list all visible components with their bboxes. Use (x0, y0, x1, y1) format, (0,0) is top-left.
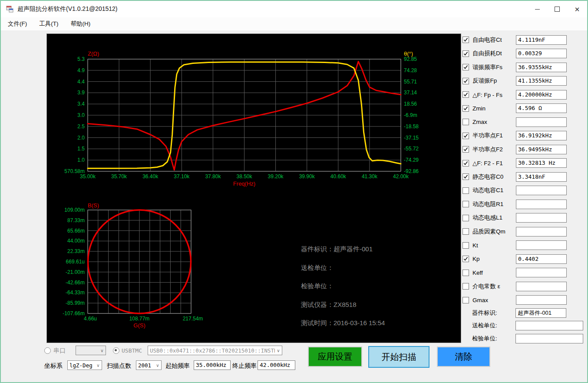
param-label: 动态电阻R1 (472, 200, 516, 208)
param-value-input[interactable]: 36.9355kHz (516, 63, 567, 72)
param-label: 谐振频率Fs (472, 63, 516, 71)
param-label: Keff (472, 270, 516, 276)
param-label: 动态电容C1 (472, 187, 516, 194)
param-value-input[interactable] (516, 200, 567, 209)
svg-text:Freq(Hz): Freq(Hz) (233, 180, 255, 187)
param-checkbox-12[interactable] (462, 201, 469, 207)
param-value-input[interactable]: 41.1355kHz (516, 76, 567, 86)
info-inspect-unit: 检验单位： (301, 277, 385, 296)
param-value-input[interactable] (516, 282, 567, 291)
param-label: △F: Fp - Fs (472, 91, 516, 98)
param-label: 静态电容C0 (472, 173, 516, 181)
chevron-down-icon: ∨ (275, 348, 282, 353)
param-value-input[interactable]: 36.9192kHz (516, 131, 567, 140)
svg-text:39.90k: 39.90k (299, 173, 315, 180)
sweep-points-combo[interactable]: 2001 ∨ (136, 360, 162, 370)
param-label: 动态电感L1 (472, 214, 516, 222)
param-value-input[interactable] (516, 268, 567, 277)
param-checkbox-5[interactable] (462, 105, 469, 112)
serial-radio[interactable] (44, 347, 51, 354)
device-field-input[interactable] (515, 321, 583, 330)
svg-text:4.9: 4.9 (77, 67, 85, 73)
param-checkbox-7[interactable] (462, 133, 469, 139)
param-value-input[interactable] (516, 295, 567, 305)
serial-port-combo[interactable]: ∨ (76, 346, 106, 355)
app-window: 超声阻抗分析软件(V1.0.21@201512) ✕ 文件(F) 工具(T) 帮… (0, 0, 588, 383)
param-checkbox-2[interactable] (462, 64, 469, 70)
param-value-input[interactable] (516, 117, 567, 127)
param-checkbox-9[interactable] (462, 160, 469, 167)
param-checkbox-18[interactable] (462, 283, 469, 290)
param-checkbox-10[interactable] (462, 173, 469, 180)
param-checkbox-6[interactable] (462, 119, 469, 125)
param-checkbox-8[interactable] (462, 146, 469, 153)
param-value-input[interactable]: 4.20000kHz (516, 90, 567, 100)
param-row: 谐振频率Fs36.9355kHz (462, 60, 588, 74)
param-value-input[interactable] (516, 213, 567, 223)
param-value-input[interactable] (516, 240, 567, 250)
svg-text:3.4: 3.4 (77, 101, 85, 107)
param-value-input[interactable]: 0.4402 (516, 254, 567, 264)
svg-text:-64.33m: -64.33m (66, 290, 85, 296)
param-checkbox-11[interactable] (462, 187, 469, 194)
usbtmc-address-value: USB0::0x0471::0x2786::T020215010::INSTR (148, 347, 275, 354)
menu-tools[interactable]: 工具(T) (34, 18, 63, 30)
param-value-input[interactable]: 36.9495kHz (516, 145, 567, 154)
minimize-button[interactable] (527, 1, 547, 17)
start-scan-button[interactable]: 开始扫描 (368, 346, 429, 368)
param-checkbox-15[interactable] (462, 242, 469, 249)
param-row: △F: Fp - Fs4.20000kHz (462, 88, 588, 102)
charts-canvas: 5.34.94.43.93.43.02.52.01.51.0570.58m92.… (47, 34, 461, 343)
apply-settings-button[interactable]: 应用设置 (308, 346, 362, 367)
svg-text:1.0: 1.0 (77, 157, 85, 163)
svg-text:87.33m: 87.33m (67, 217, 85, 223)
menu-help[interactable]: 帮助(H) (66, 18, 96, 30)
param-checkbox-17[interactable] (462, 270, 469, 276)
param-value-input[interactable]: 30.32813 Hz (516, 158, 567, 168)
svg-text:1.5: 1.5 (77, 146, 85, 152)
usbtmc-radio-label: USBTMC (122, 347, 142, 354)
param-row: 静态电容C03.3418nF (462, 170, 588, 184)
svg-text:-107.66m: -107.66m (63, 310, 85, 316)
param-value-input[interactable] (516, 227, 567, 236)
param-checkbox-3[interactable] (462, 78, 469, 84)
usbtmc-radio[interactable] (113, 347, 119, 354)
maximize-button[interactable] (547, 1, 567, 17)
device-field-input[interactable]: 超声器件-001 (515, 308, 566, 318)
param-checkbox-13[interactable] (462, 215, 469, 221)
param-row: 动态电阻R1 (462, 197, 588, 211)
param-checkbox-16[interactable] (462, 256, 469, 262)
coord-system-label: 坐标系 (44, 362, 63, 370)
chevron-down-icon: ∨ (99, 348, 106, 353)
param-row: 品质因素Qm (462, 225, 588, 239)
parameter-panel: 自由电容Ct4.1119nF自由损耗Dt0.00329谐振频率Fs36.9355… (462, 33, 588, 307)
stop-freq-input[interactable]: 42.000kHz (258, 360, 295, 370)
param-value-input[interactable]: 4.1119nF (516, 35, 567, 45)
param-value-input[interactable]: 4.596 Ω (516, 103, 567, 113)
coord-system-combo[interactable]: lgZ-Deg ∨ (67, 360, 102, 370)
device-field-input[interactable] (515, 334, 583, 343)
param-row: 反谐振Fp41.1355kHz (462, 74, 588, 88)
serial-radio-label: 串口 (53, 347, 66, 355)
param-checkbox-19[interactable] (462, 297, 469, 303)
param-label: Kp (472, 256, 516, 262)
param-value-input[interactable]: 0.00329 (516, 49, 567, 58)
close-button[interactable]: ✕ (567, 1, 587, 17)
svg-text:22.33m: 22.33m (67, 248, 85, 254)
info-submit-unit: 送检单位： (301, 259, 385, 277)
start-freq-input[interactable]: 35.000kHz (194, 360, 231, 370)
menu-file[interactable]: 文件(F) (3, 18, 32, 30)
param-checkbox-1[interactable] (462, 50, 469, 57)
device-field-row: 检验单位: (462, 332, 588, 345)
svg-text:θ(°): θ(°) (404, 50, 413, 57)
param-checkbox-14[interactable] (462, 228, 469, 235)
usbtmc-address-combo[interactable]: USB0::0x0471::0x2786::T020215010::INSTR … (148, 346, 282, 355)
param-value-input[interactable]: 3.3418nF (516, 172, 567, 182)
param-row: 动态电容C1 (462, 184, 588, 198)
param-value-input[interactable] (516, 186, 567, 195)
param-checkbox-0[interactable] (462, 37, 469, 43)
param-checkbox-4[interactable] (462, 91, 469, 98)
clear-button[interactable]: 清除 (437, 346, 490, 367)
svg-text:2.0: 2.0 (77, 135, 85, 141)
svg-text:109.00m: 109.00m (64, 207, 85, 213)
